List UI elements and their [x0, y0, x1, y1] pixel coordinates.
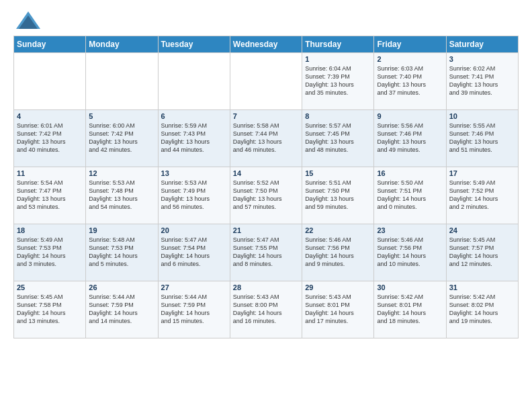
day-number: 17: [449, 169, 515, 177]
day-number: 28: [233, 283, 299, 291]
day-number: 31: [449, 283, 515, 291]
day-info: Sunrise: 5:51 AM Sunset: 7:50 PM Dayligh…: [305, 179, 371, 212]
day-info: Sunrise: 5:46 AM Sunset: 7:56 PM Dayligh…: [377, 236, 443, 269]
day-cell: 20Sunrise: 5:47 AM Sunset: 7:54 PM Dayli…: [158, 224, 230, 281]
day-cell: 29Sunrise: 5:43 AM Sunset: 8:01 PM Dayli…: [302, 281, 374, 338]
day-cell: 18Sunrise: 5:49 AM Sunset: 7:53 PM Dayli…: [14, 224, 86, 281]
week-row-1: 1Sunrise: 6:04 AM Sunset: 7:39 PM Daylig…: [14, 53, 519, 110]
day-number: 8: [305, 112, 371, 120]
day-cell: 26Sunrise: 5:44 AM Sunset: 7:59 PM Dayli…: [86, 281, 158, 338]
day-number: 7: [233, 112, 299, 120]
day-cell: 30Sunrise: 5:42 AM Sunset: 8:01 PM Dayli…: [374, 281, 446, 338]
day-cell: 7Sunrise: 5:58 AM Sunset: 7:44 PM Daylig…: [230, 110, 302, 167]
day-info: Sunrise: 5:53 AM Sunset: 7:48 PM Dayligh…: [89, 179, 154, 212]
day-number: 3: [449, 55, 515, 63]
day-cell: 17Sunrise: 5:49 AM Sunset: 7:52 PM Dayli…: [446, 167, 518, 224]
day-number: 6: [161, 112, 227, 120]
day-number: 1: [305, 55, 371, 63]
day-cell: 11Sunrise: 5:54 AM Sunset: 7:47 PM Dayli…: [14, 167, 86, 224]
col-header-monday: Monday: [86, 36, 158, 53]
day-cell: 2Sunrise: 6:03 AM Sunset: 7:40 PM Daylig…: [374, 53, 446, 110]
day-info: Sunrise: 6:02 AM Sunset: 7:41 PM Dayligh…: [449, 64, 515, 97]
day-cell: 1Sunrise: 6:04 AM Sunset: 7:39 PM Daylig…: [302, 53, 374, 110]
day-number: 18: [17, 226, 83, 234]
day-cell: [14, 53, 86, 110]
day-cell: 27Sunrise: 5:44 AM Sunset: 7:59 PM Dayli…: [158, 281, 230, 338]
header-row: SundayMondayTuesdayWednesdayThursdayFrid…: [14, 36, 519, 53]
day-info: Sunrise: 5:56 AM Sunset: 7:46 PM Dayligh…: [377, 122, 443, 154]
day-cell: 9Sunrise: 5:56 AM Sunset: 7:46 PM Daylig…: [374, 110, 446, 167]
logo: [13, 10, 43, 29]
col-header-sunday: Sunday: [14, 36, 86, 53]
day-cell: 8Sunrise: 5:57 AM Sunset: 7:45 PM Daylig…: [302, 110, 374, 167]
day-number: 5: [89, 112, 154, 120]
day-cell: 31Sunrise: 5:42 AM Sunset: 8:02 PM Dayli…: [446, 281, 518, 338]
day-number: 13: [161, 169, 227, 177]
day-cell: 12Sunrise: 5:53 AM Sunset: 7:48 PM Dayli…: [86, 167, 158, 224]
day-info: Sunrise: 5:49 AM Sunset: 7:53 PM Dayligh…: [17, 236, 83, 269]
day-cell: 5Sunrise: 6:00 AM Sunset: 7:42 PM Daylig…: [86, 110, 158, 167]
day-info: Sunrise: 5:42 AM Sunset: 8:01 PM Dayligh…: [377, 293, 443, 326]
day-cell: 21Sunrise: 5:47 AM Sunset: 7:55 PM Dayli…: [230, 224, 302, 281]
day-info: Sunrise: 5:43 AM Sunset: 8:01 PM Dayligh…: [305, 293, 371, 326]
day-cell: 13Sunrise: 5:53 AM Sunset: 7:49 PM Dayli…: [158, 167, 230, 224]
day-cell: 23Sunrise: 5:46 AM Sunset: 7:56 PM Dayli…: [374, 224, 446, 281]
day-cell: 16Sunrise: 5:50 AM Sunset: 7:51 PM Dayli…: [374, 167, 446, 224]
day-number: 20: [161, 226, 227, 234]
week-row-2: 4Sunrise: 6:01 AM Sunset: 7:42 PM Daylig…: [14, 110, 519, 167]
logo-icon: [13, 10, 40, 29]
header: [13, 10, 519, 29]
day-info: Sunrise: 6:04 AM Sunset: 7:39 PM Dayligh…: [305, 64, 371, 97]
col-header-friday: Friday: [374, 36, 446, 53]
day-number: 29: [305, 283, 371, 291]
day-number: 25: [17, 283, 83, 291]
day-number: 19: [89, 226, 154, 234]
day-info: Sunrise: 5:44 AM Sunset: 7:59 PM Dayligh…: [161, 293, 227, 326]
day-cell: [158, 53, 230, 110]
day-info: Sunrise: 5:57 AM Sunset: 7:45 PM Dayligh…: [305, 122, 371, 154]
day-info: Sunrise: 5:44 AM Sunset: 7:59 PM Dayligh…: [89, 293, 154, 326]
day-info: Sunrise: 6:00 AM Sunset: 7:42 PM Dayligh…: [89, 122, 154, 154]
day-info: Sunrise: 5:55 AM Sunset: 7:46 PM Dayligh…: [449, 122, 515, 154]
day-number: 12: [89, 169, 154, 177]
day-number: 14: [233, 169, 299, 177]
day-info: Sunrise: 6:03 AM Sunset: 7:40 PM Dayligh…: [377, 64, 443, 97]
col-header-tuesday: Tuesday: [158, 36, 230, 53]
day-cell: 25Sunrise: 5:45 AM Sunset: 7:58 PM Dayli…: [14, 281, 86, 338]
day-cell: 10Sunrise: 5:55 AM Sunset: 7:46 PM Dayli…: [446, 110, 518, 167]
day-number: 15: [305, 169, 371, 177]
day-number: 23: [377, 226, 443, 234]
day-info: Sunrise: 5:49 AM Sunset: 7:52 PM Dayligh…: [449, 179, 515, 212]
day-cell: 15Sunrise: 5:51 AM Sunset: 7:50 PM Dayli…: [302, 167, 374, 224]
day-cell: 3Sunrise: 6:02 AM Sunset: 7:41 PM Daylig…: [446, 53, 518, 110]
day-cell: 19Sunrise: 5:48 AM Sunset: 7:53 PM Dayli…: [86, 224, 158, 281]
day-info: Sunrise: 5:54 AM Sunset: 7:47 PM Dayligh…: [17, 179, 83, 212]
day-info: Sunrise: 5:47 AM Sunset: 7:55 PM Dayligh…: [233, 236, 299, 269]
day-info: Sunrise: 5:48 AM Sunset: 7:53 PM Dayligh…: [89, 236, 154, 269]
day-number: 11: [17, 169, 83, 177]
day-info: Sunrise: 5:46 AM Sunset: 7:56 PM Dayligh…: [305, 236, 371, 269]
calendar-table: SundayMondayTuesdayWednesdayThursdayFrid…: [13, 36, 519, 338]
day-cell: 24Sunrise: 5:45 AM Sunset: 7:57 PM Dayli…: [446, 224, 518, 281]
day-number: 26: [89, 283, 154, 291]
day-number: 2: [377, 55, 443, 63]
day-number: 27: [161, 283, 227, 291]
week-row-5: 25Sunrise: 5:45 AM Sunset: 7:58 PM Dayli…: [14, 281, 519, 338]
day-info: Sunrise: 5:45 AM Sunset: 7:58 PM Dayligh…: [17, 293, 83, 326]
day-cell: 6Sunrise: 5:59 AM Sunset: 7:43 PM Daylig…: [158, 110, 230, 167]
day-number: 24: [449, 226, 515, 234]
week-row-4: 18Sunrise: 5:49 AM Sunset: 7:53 PM Dayli…: [14, 224, 519, 281]
day-cell: 22Sunrise: 5:46 AM Sunset: 7:56 PM Dayli…: [302, 224, 374, 281]
col-header-saturday: Saturday: [446, 36, 518, 53]
day-cell: 14Sunrise: 5:52 AM Sunset: 7:50 PM Dayli…: [230, 167, 302, 224]
day-cell: [86, 53, 158, 110]
day-info: Sunrise: 5:58 AM Sunset: 7:44 PM Dayligh…: [233, 122, 299, 154]
day-number: 22: [305, 226, 371, 234]
day-cell: 28Sunrise: 5:43 AM Sunset: 8:00 PM Dayli…: [230, 281, 302, 338]
day-number: 9: [377, 112, 443, 120]
day-info: Sunrise: 6:01 AM Sunset: 7:42 PM Dayligh…: [17, 122, 83, 154]
day-info: Sunrise: 5:52 AM Sunset: 7:50 PM Dayligh…: [233, 179, 299, 212]
week-row-3: 11Sunrise: 5:54 AM Sunset: 7:47 PM Dayli…: [14, 167, 519, 224]
day-number: 10: [449, 112, 515, 120]
day-info: Sunrise: 5:53 AM Sunset: 7:49 PM Dayligh…: [161, 179, 227, 212]
